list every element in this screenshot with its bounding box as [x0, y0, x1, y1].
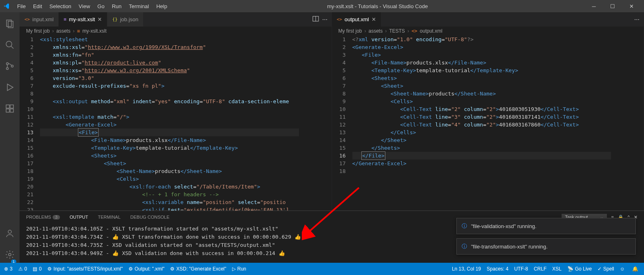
notification-toast[interactable]: ⓘ"file-transformation-xslt" running.: [456, 238, 636, 255]
panel-tab-problems[interactable]: PROBLEMS3: [26, 215, 60, 220]
vscode-logo-icon: [3, 3, 10, 9]
tab-label: job.json: [120, 16, 138, 22]
more-actions-icon[interactable]: ⋯: [634, 16, 640, 22]
statusbar: ⊗3⚠0▤0⚙Input: "assets/TESTS/input.xml"⚙O…: [0, 263, 644, 275]
minimize-button[interactable]: ─: [584, 0, 603, 12]
statusbar-item[interactable]: ⚙XSD: "Generate Excel": [170, 266, 226, 272]
breadcrumb-segment[interactable]: assets: [369, 28, 383, 34]
problems-count: 3: [53, 215, 60, 220]
menu-selection[interactable]: Selection: [46, 2, 74, 11]
settings-icon: ⚙: [128, 266, 133, 272]
menubar: FileEditSelectionViewGoRunTerminalHelp: [14, 2, 170, 11]
accounts-icon[interactable]: [0, 225, 20, 242]
info-icon: ⓘ: [462, 222, 467, 230]
statusbar-item[interactable]: ⚙Input: "assets/TESTS/input.xml": [47, 266, 123, 272]
menu-view[interactable]: View: [75, 2, 93, 11]
breadcrumb-right[interactable]: My first job›assets›TESTS›<>output.xml: [332, 27, 644, 35]
svg-rect-9: [6, 109, 9, 112]
breadcrumb-segment[interactable]: My first job: [339, 28, 362, 34]
json-file-icon: {}: [112, 17, 117, 22]
info-icon: ⓘ: [462, 243, 467, 250]
tab-label: output.xml: [345, 16, 369, 22]
tabs-right: <>output.xml✕ ⋯: [332, 12, 644, 27]
breadcrumb-segment[interactable]: my-xslt.xslt: [82, 28, 106, 34]
extensions-icon[interactable]: [0, 100, 20, 117]
xml-file-icon: <>: [337, 17, 342, 22]
statusbar-item[interactable]: ▤0: [33, 266, 42, 272]
svg-rect-10: [10, 109, 13, 112]
code-editor-right[interactable]: <?xml version="1.0" encoding="UTF-8"?><G…: [352, 35, 611, 211]
maximize-button[interactable]: ☐: [603, 0, 622, 12]
search-icon[interactable]: [0, 37, 20, 53]
breadcrumb-segment[interactable]: output.xml: [420, 28, 442, 34]
svg-line-3: [11, 46, 13, 49]
file-icon: ▤: [33, 266, 37, 272]
menu-terminal[interactable]: Terminal: [126, 2, 152, 11]
menu-edit[interactable]: Edit: [30, 2, 45, 11]
minimap-left[interactable]: [299, 35, 332, 211]
panel-tab-debug-console[interactable]: DEBUG CONSOLE: [131, 215, 170, 220]
statusbar-item[interactable]: Spaces: 4: [487, 266, 508, 272]
notifications-area: ⓘ"file-validation-xsd" running.ⓘ"file-tr…: [456, 218, 636, 255]
statusbar-item[interactable]: 📡Go Live: [567, 266, 592, 272]
file-icon: ≡: [77, 28, 80, 34]
menu-run[interactable]: Run: [108, 2, 125, 11]
close-tab-icon[interactable]: ✕: [97, 16, 102, 22]
notification-text: "file-transformation-xslt" running.: [471, 244, 548, 250]
breadcrumb-left[interactable]: My first job›assets›≡my-xslt.xslt: [20, 27, 332, 35]
error-icon: ⊗: [4, 266, 8, 272]
statusbar-item[interactable]: ⚠0: [18, 266, 27, 272]
tab-input-xml[interactable]: <>input.xml: [20, 12, 59, 27]
close-tab-icon[interactable]: ✕: [372, 16, 376, 22]
settings-gear-icon[interactable]: 1: [0, 246, 20, 263]
split-editor-icon[interactable]: [312, 16, 319, 23]
notification-text: "file-validation-xsd" running.: [471, 223, 536, 229]
statusbar-item[interactable]: UTF-8: [514, 266, 528, 272]
statusbar-item[interactable]: ⚙Output: ".xml": [128, 266, 164, 272]
explorer-icon[interactable]: [0, 16, 20, 32]
menu-go[interactable]: Go: [94, 2, 108, 11]
menu-help[interactable]: Help: [153, 2, 170, 11]
menu-file[interactable]: File: [14, 2, 29, 11]
editor-group-left: <>input.xml≡my-xslt.xslt✕{}job.json ⋯ My…: [20, 12, 332, 211]
panel-tab-output[interactable]: OUTPUT: [70, 215, 88, 220]
breadcrumb-segment[interactable]: TESTS: [389, 28, 405, 34]
tab-my-xslt-xslt[interactable]: ≡my-xslt.xslt✕: [59, 12, 107, 27]
svg-rect-7: [6, 105, 9, 108]
statusbar-item[interactable]: 🔔: [632, 266, 640, 272]
notification-toast[interactable]: ⓘ"file-validation-xsd" running.: [456, 218, 636, 234]
statusbar-item[interactable]: XSL: [552, 266, 562, 272]
tab-output-xml[interactable]: <>output.xml✕: [332, 12, 381, 27]
close-button[interactable]: ✕: [622, 0, 641, 12]
statusbar-item[interactable]: CRLF: [534, 266, 547, 272]
check-icon: ✓: [598, 266, 602, 272]
tab-label: my-xslt.xslt: [69, 16, 95, 22]
svg-rect-8: [10, 105, 13, 108]
file-icon: <>: [412, 28, 417, 34]
breadcrumb-segment[interactable]: My first job: [26, 28, 50, 34]
tab-label: input.xml: [32, 16, 53, 22]
settings-icon: ⚙: [170, 266, 175, 272]
svg-point-2: [6, 41, 12, 47]
xslt-file-icon: ≡: [64, 17, 66, 22]
more-actions-icon[interactable]: ⋯: [322, 16, 328, 22]
statusbar-item[interactable]: ▷Run: [232, 266, 246, 272]
statusbar-item[interactable]: ⊗3: [4, 266, 13, 272]
minimap-right[interactable]: [611, 35, 644, 211]
code-editor-left[interactable]: <xsl:stylesheet xmlns:xsl="http://www.w3…: [40, 35, 299, 211]
run-debug-icon[interactable]: [0, 79, 20, 95]
svg-point-4: [7, 63, 9, 65]
feedback-icon: ☺: [620, 266, 625, 272]
panel-tab-terminal[interactable]: TERMINAL: [98, 215, 121, 220]
source-control-icon[interactable]: [0, 58, 20, 74]
breadcrumb-segment[interactable]: assets: [56, 28, 71, 34]
warn-icon: ⚠: [18, 266, 23, 272]
statusbar-item[interactable]: Ln 13, Col 19: [452, 266, 481, 272]
statusbar-item[interactable]: ✓Spell: [598, 266, 614, 272]
statusbar-item[interactable]: ☺: [620, 266, 626, 272]
tabs-left: <>input.xml≡my-xslt.xslt✕{}job.json ⋯: [20, 12, 332, 27]
editor-group-right: <>output.xml✕ ⋯ My first job›assets›TEST…: [332, 12, 644, 211]
xml-file-icon: <>: [24, 17, 30, 22]
play-icon: ▷: [232, 266, 236, 272]
tab-job-json[interactable]: {}job.json: [107, 12, 144, 27]
